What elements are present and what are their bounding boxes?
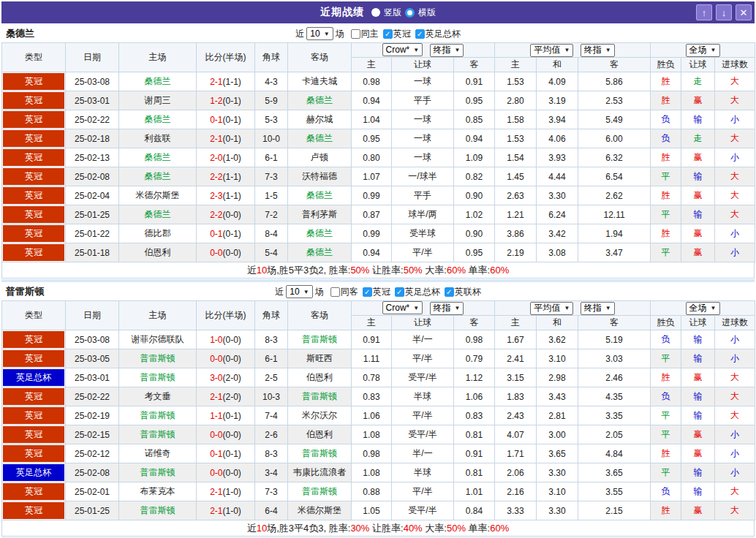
league-type-cell: 英冠: [2, 205, 66, 224]
away-team: 沃特福德: [288, 167, 352, 186]
result-handicap: 赢: [681, 368, 715, 387]
odds-home: 0.99: [352, 186, 392, 205]
halftime-score: (0-0): [223, 468, 241, 478]
home-team: 德比郡: [119, 224, 197, 243]
radio-horizontal-label: 横版: [418, 7, 436, 19]
average-select[interactable]: 平均值▼: [530, 302, 573, 315]
league-badge: 英冠: [3, 168, 64, 185]
league-badge: 英足总杯: [3, 369, 64, 386]
avg-home: 2.43: [495, 406, 537, 425]
match-date: 25-02-22: [66, 110, 119, 129]
avg-draw: 3.19: [537, 91, 578, 110]
table-row: 英冠25-03-01谢周三1-2(0-1)5-9桑德兰0.94平手0.952.8…: [2, 91, 755, 110]
odds-handicap: 平/半: [392, 482, 454, 501]
avg-home: 2.41: [495, 349, 537, 368]
match-date: 25-02-13: [66, 148, 119, 167]
filter-checkbox[interactable]: ✓: [415, 29, 425, 39]
odds-away: 1.02: [454, 205, 495, 224]
summary-text: 单率:: [466, 522, 490, 535]
fulltime-score: 0-0: [210, 248, 222, 258]
move-down-button[interactable]: ↓: [716, 4, 732, 20]
avg-home: 1.53: [495, 72, 537, 91]
scope-group-header: 全场▼: [651, 43, 755, 58]
filter-checkbox[interactable]: ✓: [395, 287, 404, 297]
average-final-select[interactable]: 终指▼: [581, 302, 615, 315]
corners: 1-5: [255, 186, 288, 205]
filter-checkbox[interactable]: ✓: [383, 29, 393, 39]
away-team: 卡迪夫城: [288, 72, 352, 91]
home-team: 普雷斯顿: [119, 368, 197, 387]
odds-handicap: 半球: [392, 463, 454, 482]
table-row: 英冠25-02-12诺维奇0-1(0-1)8-3普雷斯顿0.98半/一0.911…: [2, 444, 755, 463]
away-team: 伯恩利: [288, 368, 352, 387]
result-handicap: 输: [681, 205, 715, 224]
league-type-cell: 英冠: [2, 91, 66, 110]
result-outcome: 平: [651, 406, 681, 425]
scope-select[interactable]: 全场▼: [686, 44, 720, 57]
match-count-select[interactable]: 10▼: [306, 27, 333, 40]
score-cell: 0-1(0-1): [197, 224, 255, 243]
league-type-cell: 英冠: [2, 72, 66, 91]
filter-checkbox[interactable]: [351, 29, 360, 39]
filter-checkbox[interactable]: [330, 287, 340, 297]
result-goals: 小: [715, 349, 755, 368]
league-type-cell: 英冠: [2, 186, 66, 205]
home-team: 桑德兰: [119, 167, 197, 186]
col-header-type: 类型: [2, 301, 66, 330]
result-goals: 大: [715, 72, 755, 91]
score-cell: 2-3(1-1): [197, 186, 255, 205]
result-handicap: 输: [681, 406, 715, 425]
page: 近期战绩 竖版 横版 ↑ ↓ ✕ 桑德兰 近 10▼ 场 同主✓英冠✓英足总杯: [0, 0, 756, 538]
league-type-cell: 英足总杯: [2, 368, 66, 387]
avg-away: 3.35: [578, 406, 651, 425]
filter-checkbox[interactable]: ✓: [363, 287, 372, 297]
fulltime-score: 1-0: [210, 335, 222, 345]
odds-away: 0.90: [454, 224, 495, 243]
odds-final-select[interactable]: 终指▼: [430, 44, 464, 57]
result-goals: 大: [715, 387, 755, 406]
halftime-score: (0-1): [223, 134, 241, 144]
result-goals: 大: [715, 91, 755, 110]
halftime-score: (0-1): [223, 115, 241, 125]
match-date: 25-02-01: [66, 482, 119, 501]
odds-company-select[interactable]: Crow*▼: [382, 301, 423, 314]
halftime-score: (2-0): [223, 373, 241, 383]
average-final-select[interactable]: 终指▼: [581, 44, 615, 57]
col-header-score: 比分(半场): [197, 301, 255, 330]
home-team: 普雷斯顿: [119, 463, 197, 482]
result-handicap: 输: [681, 463, 715, 482]
avg-draw: 2.98: [537, 368, 578, 387]
close-button[interactable]: ✕: [736, 4, 752, 20]
halftime-score: (1-1): [223, 77, 241, 87]
result-goals: 小: [715, 330, 755, 349]
odds-company-select[interactable]: Crow*▼: [382, 43, 423, 56]
odds-home: 1.08: [352, 463, 392, 482]
subcol-odds-away: 客: [454, 316, 495, 330]
col-header-home: 主场: [119, 301, 197, 330]
home-team: 米德尔斯堡: [119, 186, 197, 205]
score-cell: 3-0(2-0): [197, 368, 255, 387]
league-type-cell: 英冠: [2, 406, 66, 425]
move-up-button[interactable]: ↑: [696, 4, 712, 20]
radio-horizontal-layout[interactable]: [405, 8, 415, 18]
result-handicap: 赢: [681, 186, 715, 205]
odds-final-select[interactable]: 终指▼: [430, 302, 464, 315]
team-section: 桑德兰 近 10▼ 场 同主✓英冠✓英足总杯 类型 日期 主场: [1, 25, 755, 282]
chevron-down-icon: ▼: [324, 31, 330, 37]
fulltime-score: 2-0: [210, 153, 222, 163]
average-select[interactable]: 平均值▼: [530, 44, 573, 57]
scope-select[interactable]: 全场▼: [686, 302, 720, 315]
odds-handicap: 平手: [392, 186, 454, 205]
subcol-avg-draw: 和: [537, 316, 578, 330]
avg-draw: 3.94: [537, 110, 578, 129]
avg-draw: 3.93: [537, 148, 578, 167]
radio-vertical-layout[interactable]: [371, 8, 380, 17]
odds-handicap: 球半/两: [392, 205, 454, 224]
home-team: 考文垂: [119, 387, 197, 406]
col-header-score: 比分(半场): [197, 43, 255, 72]
halftime-score: (1-1): [223, 191, 241, 201]
home-team: 桑德兰: [119, 148, 197, 167]
halftime-score: (0-1): [223, 449, 241, 459]
match-count-select[interactable]: 10▼: [286, 285, 312, 298]
filter-checkbox[interactable]: ✓: [445, 287, 454, 297]
